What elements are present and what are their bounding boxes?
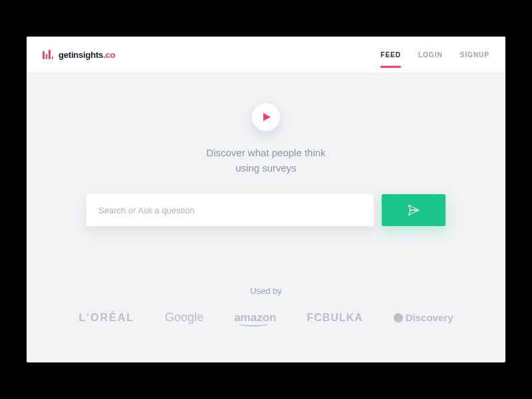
send-icon <box>406 203 421 217</box>
nav-signup[interactable]: SIGNUP <box>460 51 489 59</box>
logo-bars-icon <box>43 50 53 59</box>
partner-logos: L'ORÉAL Google amazon FCBULKA Discovery <box>79 311 454 325</box>
logo-loreal: L'ORÉAL <box>79 312 135 324</box>
brand[interactable]: getinsights.co <box>43 50 115 60</box>
play-icon <box>263 112 271 122</box>
search-row <box>86 194 446 226</box>
logo-discovery-text: Discovery <box>406 312 454 323</box>
tagline: Discover what people think using surveys <box>206 146 325 176</box>
play-button[interactable] <box>252 103 280 131</box>
logo-google: Google <box>165 311 203 325</box>
search-input[interactable] <box>86 194 374 226</box>
brand-text: getinsights.co <box>59 50 115 60</box>
main: Discover what people think using surveys… <box>27 72 505 362</box>
brand-name-accent: .co <box>103 50 115 60</box>
logo-fcbulka: FCBULKA <box>307 312 362 324</box>
brand-name-main: getinsights <box>59 50 103 60</box>
header: getinsights.co FEED LOGIN SIGNUP <box>27 37 505 72</box>
usedby-label: Used by <box>250 286 282 296</box>
logo-discovery: Discovery <box>394 312 454 323</box>
globe-icon <box>394 313 403 323</box>
nav: FEED LOGIN SIGNUP <box>380 51 489 59</box>
nav-feed[interactable]: FEED <box>380 51 401 59</box>
tagline-line2: using surveys <box>206 161 325 176</box>
logo-amazon: amazon <box>234 311 276 325</box>
tagline-line1: Discover what people think <box>206 146 325 161</box>
nav-login[interactable]: LOGIN <box>418 51 443 59</box>
submit-button[interactable] <box>382 194 446 226</box>
app-frame: getinsights.co FEED LOGIN SIGNUP Discove… <box>27 37 505 362</box>
